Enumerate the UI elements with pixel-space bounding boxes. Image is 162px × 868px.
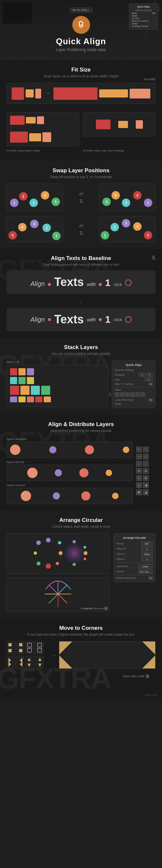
- word-texts-after: Texts: [54, 313, 84, 326]
- arrange-circular-section: Arrange Circular Control radius, start a…: [0, 510, 162, 618]
- app-subtitle: Layer Positioning made easy: [6, 48, 156, 52]
- footer-url: gfxtra.com: [145, 693, 157, 696]
- align-btn-8[interactable]: ⊞: [143, 468, 149, 474]
- fit-size-section: Fit Size Scale layers up or down to fit …: [0, 60, 162, 161]
- svg-point-4: [58, 551, 63, 555]
- swap-icon-horiz: ⇄: [79, 190, 83, 196]
- svg-line-21: [49, 594, 58, 603]
- align-texts-title: Align Texts to Baseline: [6, 255, 156, 261]
- rotate-elements-label: Rotate Elements: [85, 607, 104, 610]
- swap-icon-3: ⇅: [79, 230, 83, 236]
- svg-point-6: [46, 563, 51, 569]
- svg-point-8: [34, 552, 37, 555]
- align-btn-5[interactable]: ↔: [136, 461, 142, 467]
- word-click-before: click: [114, 282, 122, 287]
- word-one-after: 1: [105, 314, 111, 325]
- keyboard-decoration: // rendered via CSS below: [3, 3, 32, 24]
- svg-point-5: [56, 562, 59, 565]
- stack-desc: You can control padding and gap globally: [6, 352, 156, 355]
- word-with-before: with: [87, 281, 96, 287]
- down-arrow: ↓: [6, 298, 156, 305]
- svg-point-2: [46, 538, 50, 542]
- space-between-label: Space Between: [6, 437, 133, 441]
- app-title: Quick Align: [6, 36, 156, 46]
- svg-point-3: [58, 541, 61, 544]
- swap-desc: Swap full position or just X- or Y-coord…: [6, 175, 156, 179]
- svg-point-7: [37, 562, 40, 565]
- align-btn-7[interactable]: ⊟: [136, 468, 142, 474]
- corners-title: Move to Corners: [6, 625, 156, 631]
- circular-full-demo: [6, 533, 110, 574]
- word-texts-before: Texts: [54, 275, 84, 289]
- fit-gap-label: Fit Width (40px Gap, 40px Padding): [83, 149, 124, 152]
- align-dist-desc: pixel-perfect positioning for various la…: [6, 429, 156, 433]
- align-btn-11[interactable]: ◫: [136, 482, 142, 488]
- circular-title: Arrange Circular: [6, 517, 156, 524]
- align-texts-desc: Stop fiddling around with texts of diffe…: [6, 263, 156, 267]
- fit-keep-aspect-label: Fit Width (keep Aspect Ratio): [6, 149, 40, 152]
- align-btn-9[interactable]: ⊡: [136, 475, 142, 481]
- move-fully-inside-label: Move fully inside: [123, 675, 149, 678]
- svg-line-17: [58, 585, 67, 594]
- align-btn-4[interactable]: ⊥: [143, 454, 149, 460]
- swap-title: Swap Layer Positions: [6, 167, 156, 174]
- quick-align-panel: Quick Align General Settings BackA4 Stac…: [129, 3, 158, 30]
- for-ps-badge: for Ps 2021+: [70, 7, 92, 13]
- stack-title: Stack Layers: [6, 344, 156, 351]
- arrow-right-1: →: [44, 90, 50, 97]
- stack-section: GFXTRA Stack Layers You can control padd…: [0, 338, 162, 415]
- stack-left-label: Stack Left: [6, 361, 108, 364]
- svg-point-0: [79, 22, 83, 25]
- word-align-after: Align: [31, 316, 45, 323]
- fit-width-label: Fit Width: [144, 78, 156, 81]
- swap-section: Swap Layer Positions Swap full position …: [0, 161, 162, 249]
- before-demo: Align Texts with 1 click: [6, 270, 156, 294]
- svg-point-13: [84, 551, 87, 555]
- swap-icon-2: ⇄: [79, 222, 83, 228]
- svg-point-9: [36, 540, 41, 545]
- corners-section: Move to Corners If you have less than 4 …: [0, 618, 162, 700]
- align-btn-1[interactable]: ⊢: [136, 446, 142, 452]
- svg-line-19: [58, 594, 67, 603]
- svg-point-12: [84, 546, 86, 549]
- align-dist-title: Align & Distribute Layers: [6, 421, 156, 428]
- svg-point-11: [73, 540, 76, 544]
- align-btn-14[interactable]: ◪: [143, 489, 149, 495]
- fit-size-title: Fit Size: [6, 67, 156, 73]
- align-btn-10[interactable]: ⊠: [143, 475, 149, 481]
- space-evenly-label: Space Evenly: [6, 461, 133, 464]
- align-btn-12[interactable]: ◨: [143, 482, 149, 488]
- word-one-before: 1: [105, 277, 111, 288]
- fit-size-desc: Scale layers up or down to fit an areas …: [6, 74, 156, 78]
- svg-point-10: [63, 542, 85, 564]
- word-click-after: click: [114, 317, 122, 322]
- word-align-before: Align: [31, 280, 45, 288]
- align-btn-6[interactable]: ↕: [143, 461, 149, 467]
- align-btn-2[interactable]: ⊤: [143, 446, 149, 452]
- corners-desc: If you have less than 4 layers selected,…: [6, 633, 156, 636]
- align-btn-13[interactable]: ◩: [136, 489, 142, 495]
- svg-point-14: [84, 558, 86, 560]
- circular-desc: Control radius, start angle, range & mor…: [6, 525, 156, 528]
- align-btn-3[interactable]: ⊣: [136, 454, 142, 460]
- swap-icon-vert: ⇅: [79, 198, 83, 205]
- svg-point-15: [73, 563, 76, 566]
- logo-icon: [72, 16, 90, 34]
- circular-rotate-demo: Range 90° Rotate Elements: [6, 578, 110, 612]
- align-texts-section: GFXTRA Align Texts to Baseline Stop fidd…: [0, 249, 162, 338]
- svg-line-23: [49, 585, 58, 594]
- arrange-circular-panel: Arrange Circular Range 360° Offset R 0 O…: [113, 533, 156, 582]
- after-demo: Align Texts with 1 click: [6, 308, 156, 331]
- align-dist-section: GFXTRA Align & Distribute Layers pixel-p…: [0, 415, 162, 510]
- word-with-after: with: [87, 317, 96, 322]
- quick-align-stack-panel: Quick Align General Settings Padding 0 0…: [112, 361, 156, 408]
- space-around-label: Space Around: [6, 484, 133, 487]
- header: // rendered via CSS below Quick Align Ge…: [0, 0, 162, 60]
